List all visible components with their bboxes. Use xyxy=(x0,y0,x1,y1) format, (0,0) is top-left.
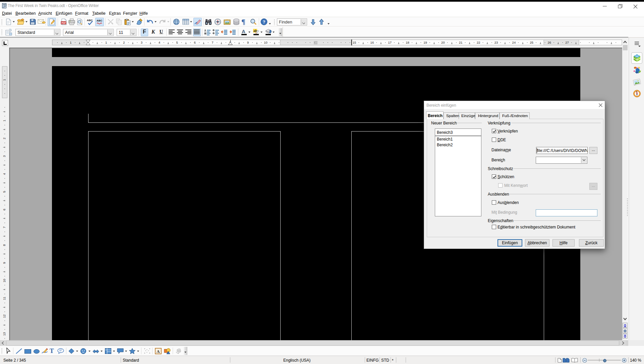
svg-text:9: 9 xyxy=(247,41,249,44)
svg-text:6: 6 xyxy=(194,41,195,44)
svg-text:23: 23 xyxy=(494,41,498,44)
svg-text:PDF: PDF xyxy=(62,22,66,24)
svg-text:A: A xyxy=(242,29,245,34)
svg-text:6: 6 xyxy=(2,209,6,210)
svg-text:27: 27 xyxy=(565,41,569,44)
svg-text:4: 4 xyxy=(2,173,6,175)
svg-text:1: 1 xyxy=(105,41,107,44)
svg-text:19: 19 xyxy=(423,41,427,44)
svg-text:17: 17 xyxy=(388,41,392,44)
svg-text:24: 24 xyxy=(512,41,516,44)
svg-text:2: 2 xyxy=(2,138,6,139)
svg-text:10: 10 xyxy=(2,279,6,282)
svg-text:11: 11 xyxy=(2,297,6,300)
svg-text:26: 26 xyxy=(547,41,551,44)
svg-text:21: 21 xyxy=(459,41,463,44)
svg-text:ABC: ABC xyxy=(97,19,103,22)
svg-text:12: 12 xyxy=(2,314,6,318)
svg-text:9: 9 xyxy=(2,262,6,264)
svg-text:1: 1 xyxy=(2,79,6,81)
svg-text:16: 16 xyxy=(370,41,374,44)
svg-text:5: 5 xyxy=(2,191,6,193)
svg-text:1: 1 xyxy=(70,41,71,44)
svg-text:13: 13 xyxy=(2,332,6,336)
svg-text:?: ? xyxy=(263,19,266,24)
svg-text:25: 25 xyxy=(530,41,534,44)
svg-text:22: 22 xyxy=(477,41,480,44)
svg-text:¶: ¶ xyxy=(241,18,245,25)
svg-text:A: A xyxy=(157,349,160,354)
svg-text:3: 3 xyxy=(141,41,142,44)
svg-text:3: 3 xyxy=(2,155,6,157)
svg-text:10: 10 xyxy=(264,41,268,44)
svg-text:20: 20 xyxy=(441,41,445,44)
svg-text:15: 15 xyxy=(353,41,356,44)
svg-text:2: 2 xyxy=(123,41,125,44)
svg-text:1: 1 xyxy=(2,120,6,121)
svg-text:18: 18 xyxy=(406,41,409,44)
svg-text:5: 5 xyxy=(176,41,178,44)
svg-text:8: 8 xyxy=(2,244,6,246)
svg-text:7: 7 xyxy=(2,226,6,228)
svg-text:4: 4 xyxy=(159,41,160,44)
svg-text:7: 7 xyxy=(212,41,213,44)
